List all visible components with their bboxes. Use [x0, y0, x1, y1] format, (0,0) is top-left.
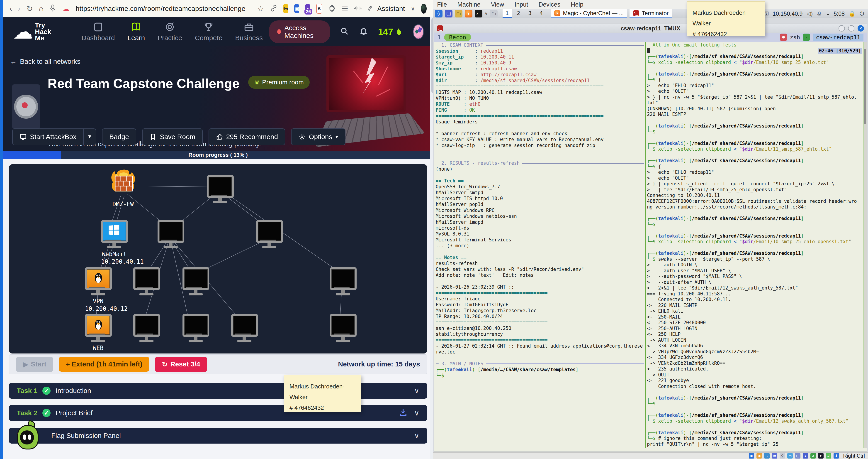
sticky-name: Markus Dachroeden-Walker	[692, 7, 760, 29]
notifications-icon[interactable]: 🕭	[817, 10, 822, 17]
node-monitor[interactable]	[158, 220, 184, 248]
microphone-icon[interactable]	[50, 4, 56, 13]
folder-launcher-icon[interactable]: 🗀	[490, 10, 498, 18]
privacy-extension-icon[interactable]: ▣	[294, 4, 300, 13]
tmux-pane-recon[interactable]: ─ 1. CSAW CONTEXT$session : redcap11$tar…	[436, 42, 644, 448]
options-caret-icon: ▾	[336, 134, 338, 140]
puzzle-extensions-icon[interactable]	[328, 4, 336, 13]
room-thumbnail	[12, 84, 40, 129]
search-icon[interactable]	[340, 27, 349, 37]
streak-counter[interactable]: 147	[378, 27, 403, 37]
node-monitor[interactable]	[207, 175, 233, 203]
nav-compete[interactable]: Compete	[195, 22, 222, 42]
node-monitor[interactable]	[183, 314, 209, 342]
node-webmail[interactable]: WebMail 10.200.40.11	[101, 220, 127, 265]
link-icon[interactable]	[270, 4, 277, 13]
workspace-4[interactable]: 4	[536, 9, 546, 18]
terminal-scrollbar-thumb[interactable]	[864, 49, 866, 124]
start-attackbox-button[interactable]: Start AttackBox	[12, 128, 83, 145]
node-web[interactable]: WEB	[85, 314, 111, 352]
task-row-2[interactable]: Task 2 ✓ Project Brief ∨	[9, 405, 427, 421]
maximize-button[interactable]	[848, 25, 855, 32]
node-label: DMZ-FW	[108, 201, 138, 208]
lock-screen-icon[interactable]: 🔒	[849, 10, 856, 17]
notifications-bell-icon[interactable]	[359, 27, 368, 37]
thm-logo[interactable]: ☁ TryHackMe	[13, 22, 51, 42]
back-icon[interactable]: ‹	[9, 4, 12, 13]
chevron-down-icon[interactable]: ∨	[414, 431, 420, 440]
download-task-files-icon[interactable]	[399, 408, 407, 418]
close-button[interactable]: ✕	[858, 25, 864, 32]
bookmark-star-icon[interactable]: ☆	[257, 4, 264, 13]
tmux-window-name[interactable]: Recon	[444, 34, 471, 41]
menu-view[interactable]: View	[491, 1, 504, 8]
network-reset-button[interactable]: ↻Reset 3/4	[155, 357, 207, 372]
workspace-3[interactable]: 3	[525, 9, 534, 18]
tmux-pane-divider[interactable]	[645, 42, 646, 448]
kali-menu-icon[interactable]: ⟠	[435, 10, 442, 18]
network-start-button[interactable]: ▶Start	[16, 357, 53, 372]
volume-icon[interactable]: ◁)	[807, 10, 812, 17]
node-vpn[interactable]: VPN 10.200.40.12	[85, 267, 111, 312]
home-icon[interactable]: ⌂	[39, 4, 43, 13]
task-tag: Task 2	[17, 409, 37, 417]
node-monitor[interactable]	[330, 314, 356, 342]
node-monitor[interactable]	[256, 220, 282, 248]
menu-file[interactable]: File	[437, 1, 447, 8]
password-manager-extension-icon[interactable]: 🗝	[283, 4, 288, 13]
terminal-launcher-icon[interactable]: ›_	[475, 10, 483, 18]
show-desktop-icon[interactable]: ▢	[445, 10, 453, 18]
terminator-titlebar[interactable]: ›_ csaw-redcap11_TMUX ✕	[434, 24, 867, 33]
network-extend-button[interactable]: + Extend (1h 41min left)	[59, 357, 149, 372]
url-field[interactable]: https://tryhackme.com/room/redteamcapsto…	[76, 5, 246, 12]
waveform-icon[interactable]	[354, 5, 362, 12]
chevron-down-icon[interactable]: ∨	[411, 5, 415, 12]
menu-input[interactable]: Input	[515, 1, 528, 8]
file-manager-icon[interactable]: 🗀	[455, 10, 462, 18]
trophy-icon	[203, 22, 214, 32]
browser-profile-avatar[interactable]	[421, 4, 427, 13]
save-room-button[interactable]: Save Room	[142, 128, 203, 145]
menu-help[interactable]: Help	[571, 1, 584, 8]
task-row-1[interactable]: Task 1 ✓ Introduction ∨	[9, 383, 427, 399]
nav-dashboard[interactable]: Dashboard	[82, 22, 115, 42]
options-button[interactable]: Options▾	[291, 128, 345, 145]
reload-icon[interactable]: ↻	[27, 4, 33, 13]
workspace-2[interactable]: 2	[514, 9, 523, 18]
vpn-status-icon[interactable]: ◒	[826, 10, 830, 17]
menu-devices[interactable]: Devices	[538, 1, 560, 8]
access-machines-button[interactable]: Access Machines	[269, 21, 330, 43]
terminator-window-tab[interactable]: ›_ Terminator	[629, 9, 672, 18]
chevron-down-icon[interactable]: ∨	[414, 409, 420, 417]
launcher-caret-icon[interactable]: ∨	[485, 11, 488, 16]
menu-machine[interactable]: Machine	[458, 1, 480, 8]
node-firewall[interactable]: DMZ-FW	[108, 168, 138, 208]
nav-practice[interactable]: Practice	[158, 22, 182, 42]
assistant-button[interactable]: Assistant	[368, 5, 405, 12]
logout-icon[interactable]: ⏻	[860, 10, 864, 17]
node-monitor[interactable]	[183, 267, 209, 295]
tmux-pane-email-tests[interactable]: ─ All-in-One Email Tooling Tests02:46 [3…	[647, 42, 862, 448]
k-extension-icon[interactable]: K	[316, 4, 322, 13]
node-monitor[interactable]	[133, 267, 160, 295]
back-to-networks-link[interactable]: ←Back to all networks	[10, 58, 81, 65]
task-row-3[interactable]: Task Flag Submission Panel ∨	[9, 428, 427, 443]
firefox-launcher-icon[interactable]: ◗	[465, 10, 472, 18]
chevron-down-icon[interactable]: ∨	[414, 386, 420, 395]
workspace-1[interactable]: 1	[503, 9, 512, 18]
node-monitor[interactable]	[133, 314, 160, 342]
nav-learn[interactable]: Learn	[127, 22, 145, 42]
badge-button[interactable]: Badge	[102, 128, 136, 145]
thm-profile-avatar[interactable]	[413, 24, 424, 39]
briefcase-icon	[244, 22, 254, 32]
proxy-extension-icon[interactable]: ▲26	[305, 4, 310, 13]
reader-lines-icon[interactable]: ☰	[341, 4, 348, 13]
minimize-button[interactable]	[839, 25, 845, 32]
forward-icon[interactable]: ›	[18, 4, 21, 13]
firefox-window-tab[interactable]: ◗ Magic - CyberChef — ...	[551, 9, 627, 18]
recommend-button[interactable]: 295 Recommend	[209, 128, 285, 145]
node-monitor[interactable]	[330, 267, 356, 295]
node-monitor[interactable]	[231, 314, 257, 342]
nav-business[interactable]: Business	[235, 22, 263, 42]
attackbox-dropdown-caret[interactable]: ▾	[83, 128, 96, 145]
